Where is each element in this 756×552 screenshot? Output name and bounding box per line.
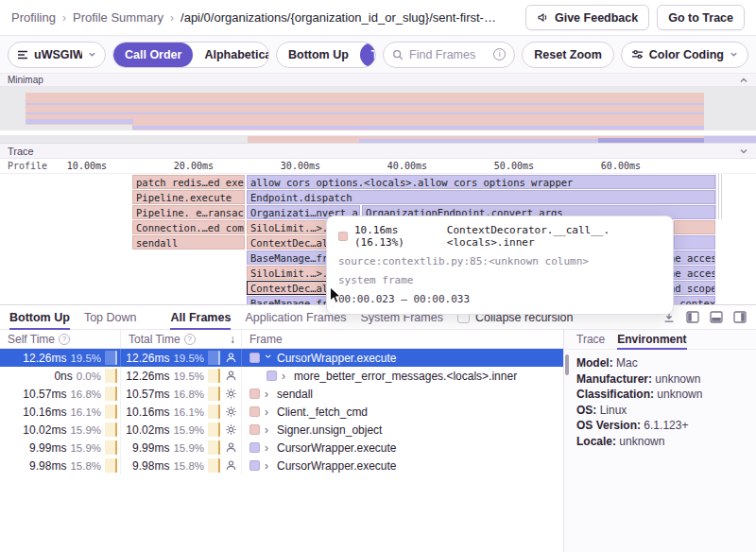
detail-field-value: Linux	[600, 404, 627, 417]
detail-field-os: OS: Linux	[576, 403, 744, 419]
layout-bottom-panel-icon[interactable]	[710, 311, 723, 323]
go-to-trace-button[interactable]: Go to Trace	[657, 5, 745, 30]
profile-end-hatch	[715, 174, 723, 219]
frame-cell[interactable]: ›Signer.unsign_object	[242, 421, 563, 439]
flame-frame[interactable]: ContextDec…als>.i	[247, 235, 327, 250]
flame-frame[interactable]: Pipeline._e…ransaction	[132, 205, 245, 219]
table-row[interactable]: 10.57ms16.8%10.57ms16.8%›sendall	[0, 385, 563, 403]
layout-right-panel-icon[interactable]	[733, 311, 747, 323]
self-time-gauge	[105, 423, 117, 437]
top-bar: Profiling›Profile Summary›/api/0/organiz…	[0, 0, 756, 36]
expand-row-icon[interactable]: ›	[265, 405, 272, 419]
frame-column-header[interactable]: Frame	[242, 330, 563, 348]
total-time-cell: 12.26ms19.5%	[121, 349, 242, 367]
flame-frame[interactable]	[674, 220, 715, 234]
self-time-value: 0ns	[54, 370, 72, 383]
frame-color-swatch	[249, 460, 260, 471]
details-scrollbar-thumb[interactable]	[565, 354, 569, 375]
breadcrumb-item-api-0-organizations-organizati: /api/0/organizations/{organization_id_or…	[180, 10, 496, 25]
flame-frame[interactable]: SiloLimit.…>.over	[247, 220, 327, 234]
profiling-app: Profiling›Profile Summary›/api/0/organiz…	[0, 0, 756, 552]
flame-frame[interactable]: ContextDec…als>.i	[247, 281, 327, 295]
chevron-down-icon[interactable]	[739, 147, 748, 156]
breadcrumb-item-profiling[interactable]: Profiling	[11, 10, 56, 25]
frame-cell[interactable]: ›Client._fetch_cmd	[242, 403, 563, 421]
flame-frame[interactable]: Connection.…ed_command	[132, 220, 245, 234]
minimap-header[interactable]: Minimap	[0, 74, 756, 87]
tab-bottom-up[interactable]: Bottom Up	[9, 305, 70, 330]
table-row[interactable]: 9.98ms15.8%9.98ms15.8%›CursorWrapper.exe…	[0, 457, 563, 474]
chevron-up-icon[interactable]	[739, 76, 748, 85]
frame-color-swatch	[249, 406, 260, 417]
frame-cell[interactable]: ›CursorWrapper.execute	[242, 439, 563, 457]
detail-field-value: unknown	[655, 372, 700, 386]
direction-option-top-down[interactable]: Top Down	[360, 43, 376, 67]
expand-row-icon[interactable]: ›	[265, 423, 272, 437]
flame-frame[interactable]: SiloLimit.…>.over	[247, 266, 327, 280]
flame-frame[interactable]: patch_redis…ed_execute	[132, 175, 245, 189]
frame-cell[interactable]: ›CursorWrapper.execute	[242, 457, 563, 474]
expand-row-icon[interactable]: ›	[265, 459, 272, 473]
sorting-option-call-order[interactable]: Call Order	[113, 43, 193, 67]
topbar-actions: Give Feedback Go to Trace	[525, 5, 745, 30]
expand-row-icon[interactable]: ›	[265, 441, 272, 455]
expand-row-icon[interactable]: ›	[265, 388, 272, 401]
tooltip-time-range: 00:00.023 — 00:00.033	[338, 293, 662, 305]
flame-frame[interactable]	[674, 235, 715, 250]
tab-top-down[interactable]: Top Down	[84, 305, 137, 330]
ruler-tick-60-00ms: 60.00ms	[601, 161, 641, 171]
self-time-value: 12.26ms	[23, 352, 66, 365]
details-tab-environment[interactable]: Environment	[617, 330, 686, 350]
reset-zoom-button[interactable]: Reset Zoom	[522, 42, 614, 68]
sorting-option-alphabetical[interactable]: Alphabetical	[193, 43, 269, 67]
breadcrumb-item-profile-summary[interactable]: Profile Summary	[73, 10, 163, 25]
frame-cell[interactable]: ›more_better_error_messages.<locals>.inn…	[242, 367, 563, 385]
table-row[interactable]: 0ns0.0%12.26ms19.5%›more_better_error_me…	[0, 367, 563, 385]
application-frame-icon	[224, 352, 238, 364]
frame-color-swatch	[249, 442, 260, 453]
bottom-panel: Bottom UpTop Down All FramesApplication …	[0, 304, 756, 552]
search-input[interactable]	[409, 48, 488, 61]
direction-option-bottom-up[interactable]: Bottom Up	[277, 43, 360, 67]
table-row[interactable]: 10.02ms15.9%10.02ms15.9%›Signer.unsign_o…	[0, 421, 563, 439]
flame-frame[interactable]: allow_cors_options.<locals>.allow_cors_o…	[247, 175, 715, 189]
flame-frame[interactable]: BaseManage…from_c	[247, 250, 327, 265]
details-tab-trace[interactable]: Trace	[576, 330, 605, 350]
detail-field-label: Manufacturer:	[576, 372, 655, 386]
tab-all-frames[interactable]: All Frames	[170, 305, 231, 330]
color-coding-button[interactable]: Color Coding	[621, 42, 748, 68]
detail-field-locale: Locale: unknown	[576, 434, 744, 450]
self-time-column-header[interactable]: Self Time ?	[0, 330, 121, 348]
trace-header[interactable]: Trace	[0, 144, 756, 159]
table-row[interactable]: 12.26ms19.5%12.26ms19.5%›CursorWrapper.e…	[0, 349, 563, 367]
expand-row-icon[interactable]: ›	[282, 370, 289, 383]
table-row[interactable]: 10.16ms16.1%10.16ms16.1%›Client._fetch_c…	[0, 403, 563, 421]
frame-color-swatch	[266, 371, 277, 381]
total-time-value: 10.57ms	[126, 388, 169, 401]
sort-descending-icon[interactable]: ↓	[230, 333, 235, 346]
layout-left-panel-icon[interactable]	[686, 311, 699, 323]
collapse-row-icon[interactable]: ›	[262, 354, 275, 362]
give-feedback-button[interactable]: Give Feedback	[525, 5, 649, 30]
self-time-gauge	[105, 440, 117, 455]
self-time-cell: 12.26ms19.5%	[0, 349, 121, 367]
thread-selector[interactable]: uWSGIWor…	[8, 42, 106, 68]
flame-frame[interactable]: Endpoint.dispatch	[247, 190, 715, 204]
total-time-header-label: Total Time	[129, 333, 180, 346]
frame-name: sendall	[277, 388, 313, 401]
details-tabs: TraceEnvironment	[564, 330, 756, 350]
frame-cell[interactable]: ›sendall	[242, 385, 563, 403]
find-frames-search[interactable]: i	[383, 42, 515, 68]
total-time-column-header[interactable]: Total Time ? ↓	[121, 330, 242, 348]
breadcrumb-separator: ›	[62, 11, 66, 25]
self-time-value: 10.02ms	[23, 423, 66, 437]
frame-cell[interactable]: ›CursorWrapper.execute	[242, 349, 563, 367]
flame-frame[interactable]: Pipeline.execute	[132, 190, 245, 204]
table-row[interactable]: 9.99ms15.9%9.99ms15.9%›CursorWrapper.exe…	[0, 439, 563, 457]
self-time-percent: 16.8%	[70, 388, 101, 400]
flame-frame[interactable]: sendall	[132, 235, 245, 250]
ruler-tick-50-00ms: 50.00ms	[494, 161, 534, 171]
self-time-header-label: Self Time	[8, 333, 55, 346]
self-time-value: 9.99ms	[29, 441, 66, 455]
minimap-canvas[interactable]	[0, 87, 756, 144]
